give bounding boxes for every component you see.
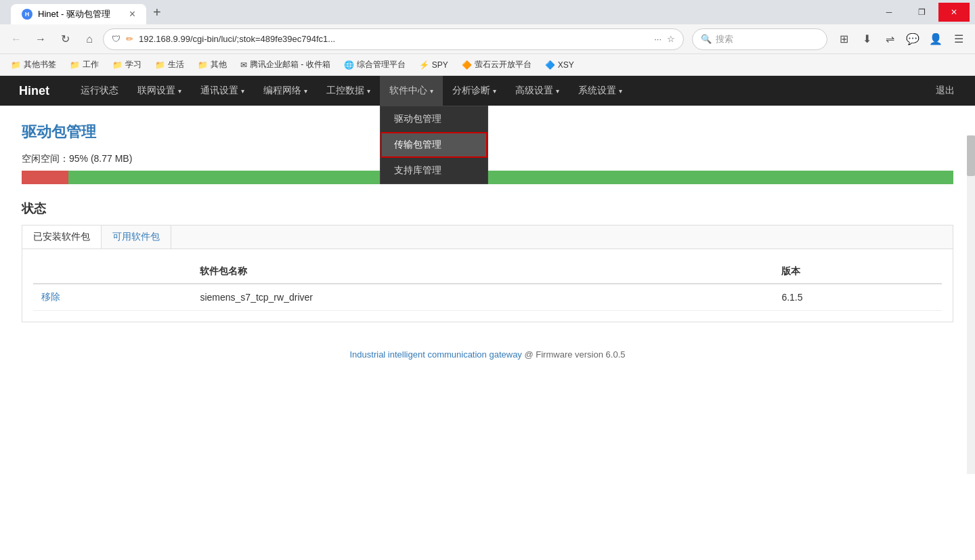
- bookmark-label: 生活: [168, 59, 184, 70]
- scrollbar-track[interactable]: [967, 135, 975, 444]
- nav-status[interactable]: 运行状态: [71, 76, 128, 106]
- tab-close-button[interactable]: ×: [129, 9, 135, 20]
- nav-network-label: 联网设置: [137, 85, 175, 97]
- chevron-down-icon: ▾: [556, 87, 559, 95]
- package-name-cell: siemens_s7_tcp_rw_driver: [192, 284, 773, 311]
- nav-system[interactable]: 系统设置 ▾: [569, 76, 632, 106]
- restore-button[interactable]: ❐: [906, 3, 937, 22]
- tabs-container: 已安装软件包 可用软件包 软件包名称 版本: [22, 225, 953, 322]
- dropdown-support-lib[interactable]: 支持库管理: [381, 158, 488, 184]
- nav-system-label: 系统设置: [578, 85, 616, 97]
- tab-installed[interactable]: 已安装软件包: [22, 225, 102, 249]
- email-icon: ✉: [240, 60, 247, 70]
- nav-status-label: 运行状态: [81, 85, 118, 97]
- bookmark-icon[interactable]: ☆: [667, 34, 675, 44]
- nav-network[interactable]: 联网设置 ▾: [128, 76, 191, 106]
- yingshi-icon: 🔶: [462, 60, 472, 70]
- close-button[interactable]: ✕: [938, 3, 970, 22]
- dropdown-driver-pkg[interactable]: 驱动包管理: [381, 106, 488, 132]
- bookmark-yingshi[interactable]: 🔶 萤石云开放平台: [456, 58, 537, 72]
- footer-link[interactable]: Industrial intelligent communication gat…: [350, 349, 522, 360]
- col-action: [33, 260, 192, 284]
- nav-software[interactable]: 软件中心 ▾ 驱动包管理 传输包管理 支持库管理: [380, 76, 443, 106]
- back-button[interactable]: ←: [5, 28, 27, 50]
- remove-link[interactable]: 移除: [41, 291, 60, 302]
- download-icon[interactable]: ⬇: [856, 28, 878, 50]
- nav-comms[interactable]: 通讯设置 ▾: [191, 76, 254, 106]
- nav-comms-label: 通讯设置: [200, 85, 238, 97]
- bookmark-misc[interactable]: 📁 其他: [192, 58, 232, 72]
- new-tab-button[interactable]: +: [146, 1, 168, 24]
- chevron-down-icon: ▾: [367, 87, 370, 95]
- folder-icon: 📁: [112, 60, 123, 70]
- refresh-button[interactable]: ↻: [54, 28, 76, 50]
- navigation-bar: ← → ↻ ⌂ 🛡 ✏ 192.168.9.99/cgi-bin/luci/;s…: [0, 24, 975, 54]
- search-placeholder: 搜索: [716, 33, 733, 45]
- extensions-icon[interactable]: ⊞: [833, 28, 854, 50]
- scrollbar-thumb[interactable]: [967, 135, 975, 176]
- folder-icon: 📁: [70, 60, 80, 70]
- progress-free: [68, 171, 953, 184]
- app-navigation: Hinet 运行状态 联网设置 ▾ 通讯设置 ▾ 编程网络 ▾ 工控数据 ▾ 软…: [0, 76, 975, 106]
- bookmark-label: 其他: [211, 59, 227, 70]
- tab-title: Hinet - 驱动包管理: [38, 8, 110, 20]
- bookmark-label: 综合管理平台: [357, 59, 406, 70]
- active-tab[interactable]: H Hinet - 驱动包管理 ×: [11, 4, 146, 24]
- address-bar[interactable]: 🛡 ✏ 192.168.9.99/cgi-bin/luci/;stok=489f…: [103, 28, 684, 50]
- bookmark-email[interactable]: ✉ 腾讯企业邮箱 - 收件箱: [235, 58, 336, 72]
- packages-table: 软件包名称 版本 移除 siemens_s7_tcp_rw_driver 6.1…: [33, 260, 942, 311]
- tab-available[interactable]: 可用软件包: [102, 225, 171, 249]
- chevron-down-icon: ▾: [493, 87, 496, 95]
- home-button[interactable]: ⌂: [79, 28, 100, 50]
- nav-programming[interactable]: 编程网络 ▾: [254, 76, 317, 106]
- bookmark-label: 学习: [125, 59, 142, 70]
- toolbar-icons: ⊞ ⬇ ⇌ 💬 👤 ☰: [833, 28, 970, 50]
- action-cell: 移除: [33, 284, 192, 311]
- forward-button[interactable]: →: [30, 28, 51, 50]
- bookmarks-bar: 📁 其他书签 📁 工作 📁 学习 📁 生活 📁 其他 ✉ 腾讯企业邮箱 - 收件…: [0, 54, 975, 76]
- bookmark-label: 工作: [83, 59, 99, 70]
- edit-icon: ✏: [126, 34, 133, 44]
- address-text: 192.168.9.99/cgi-bin/luci/;stok=489fe39e…: [139, 34, 649, 44]
- menu-icon[interactable]: ☰: [948, 28, 970, 50]
- software-dropdown: 驱动包管理 传输包管理 支持库管理: [380, 106, 488, 184]
- nav-advanced-label: 高级设置: [515, 85, 553, 97]
- nav-exit[interactable]: 退出: [926, 76, 964, 106]
- chevron-down-icon: ▾: [304, 87, 307, 95]
- col-name: 软件包名称: [192, 260, 773, 284]
- search-bar[interactable]: 🔍 搜索: [692, 28, 827, 50]
- nav-industrial[interactable]: 工控数据 ▾: [317, 76, 380, 106]
- bookmark-xsy[interactable]: 🔷 XSY: [540, 59, 580, 71]
- sync-icon[interactable]: ⇌: [879, 28, 901, 50]
- chat-icon[interactable]: 💬: [902, 28, 924, 50]
- bookmark-platform[interactable]: 🌐 综合管理平台: [339, 58, 411, 72]
- progress-used: [22, 171, 68, 184]
- bookmark-spy[interactable]: ⚡ SPY: [414, 59, 454, 71]
- more-icon[interactable]: ···: [654, 34, 662, 44]
- dropdown-transfer-pkg[interactable]: 传输包管理: [381, 132, 488, 158]
- bookmark-work[interactable]: 📁 工作: [64, 58, 104, 72]
- address-extra-icons: ··· ☆: [654, 34, 675, 44]
- bookmark-life[interactable]: 📁 生活: [150, 58, 190, 72]
- folder-icon: 📁: [198, 60, 208, 70]
- bookmark-study[interactable]: 📁 学习: [107, 58, 147, 72]
- nav-analysis[interactable]: 分析诊断 ▾: [443, 76, 506, 106]
- bookmark-label: XSY: [558, 60, 574, 70]
- bookmark-label: 腾讯企业邮箱 - 收件箱: [250, 59, 330, 70]
- nav-industrial-label: 工控数据: [326, 85, 364, 97]
- nav-advanced[interactable]: 高级设置 ▾: [506, 76, 569, 106]
- table-wrapper: 软件包名称 版本 移除 siemens_s7_tcp_rw_driver 6.1…: [22, 249, 953, 322]
- bookmark-label: SPY: [432, 60, 448, 70]
- nav-software-label: 软件中心: [389, 85, 427, 97]
- bookmark-other[interactable]: 📁 其他书签: [5, 58, 62, 72]
- nav-programming-label: 编程网络: [263, 85, 301, 97]
- table-row: 移除 siemens_s7_tcp_rw_driver 6.1.5: [33, 284, 942, 311]
- footer: Industrial intelligent communication gat…: [22, 333, 953, 376]
- security-icon: 🛡: [112, 34, 121, 44]
- profile-icon[interactable]: 👤: [925, 28, 947, 50]
- app-logo: Hinet: [11, 84, 58, 98]
- bookmark-label: 其他书签: [24, 59, 56, 70]
- xsy-icon: 🔷: [545, 60, 555, 70]
- package-version-cell: 6.1.5: [773, 284, 942, 311]
- minimize-button[interactable]: ─: [873, 3, 905, 22]
